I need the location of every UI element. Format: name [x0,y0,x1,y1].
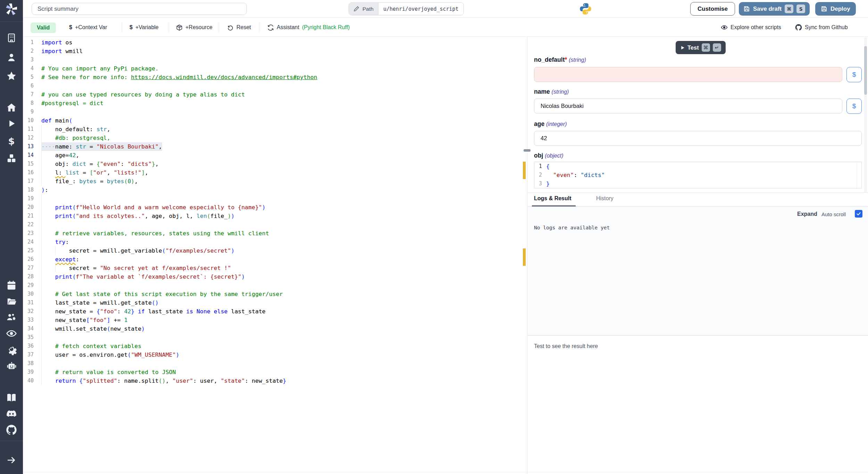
code-line[interactable]: 9 [24,108,522,116]
valid-badge[interactable]: Valid [31,23,56,33]
path-field[interactable]: Path u/henri/overjoyed_script [349,2,464,15]
sidebar-item-settings[interactable] [0,344,23,356]
sidebar-item-runs[interactable] [0,117,23,130]
code-line[interactable]: 14 age=42, [24,151,522,160]
code-line[interactable]: 27 secret = "No secret yet at f/examples… [24,264,522,272]
sidebar-item-schedules[interactable] [0,279,23,291]
code-line[interactable]: 30 # Get last state of this script execu… [24,290,522,298]
scrollbar-thumb[interactable] [864,46,867,95]
sidebar-divider [0,22,23,22]
path-value[interactable]: u/henri/overjoyed_script [378,3,464,15]
code-line[interactable]: 22 [24,220,522,229]
github-icon [795,24,802,31]
add-resource-button[interactable]: +Resource [176,22,212,33]
sidebar-item-resources[interactable] [0,152,23,164]
code-editor[interactable]: 1import os2import wmill34# You can impor… [24,38,522,385]
reset-button[interactable]: Reset [227,22,251,33]
no-logs-text: No logs are available yet [534,225,610,230]
code-line[interactable]: 18): [24,186,522,194]
code-line[interactable]: 37 user = os.environ.get("WM_USERNAME") [24,350,522,359]
expand-button[interactable]: Expand [797,211,817,217]
sidebar-item-github[interactable] [0,424,23,436]
code-line[interactable]: 5# See here for more info: https://docs.… [24,73,522,82]
warning-marker [523,162,526,179]
code-line[interactable]: 10def main( [24,116,522,125]
tab-history[interactable]: History [596,195,614,202]
sidebar-item-home[interactable] [0,101,23,114]
kbd-cmd: ⌘ [785,5,793,13]
field-label-name: name (string) [534,88,569,95]
customise-button[interactable]: Customise [690,2,735,16]
sidebar-item-folders[interactable] [0,295,23,308]
code-line[interactable]: 2import wmill [24,47,522,56]
code-line[interactable]: 35 [24,333,522,342]
sidebar-item-workers[interactable] [0,359,23,372]
code-line[interactable]: 32 new_state = {"foo": 42} if last_state… [24,307,522,316]
sidebar-item-audit-logs[interactable] [0,327,23,340]
code-line[interactable]: 16 l: list = ["or", "lists!"], [24,168,522,177]
code-line[interactable]: 38 [24,359,522,368]
code-line[interactable]: 7# you can use typed resources by doing … [24,90,522,99]
code-line[interactable]: 39 # return value is converted to JSON [24,368,522,376]
code-line[interactable]: 15 obj: dict = {"even": "dicts"}, [24,160,522,168]
sync-github-button[interactable]: Sync from Github [795,22,848,33]
add-context-var-button[interactable]: $ +Context Var [69,22,107,33]
code-line[interactable]: 13····name: str = "Nicolas Bourbaki", [24,142,522,151]
sidebar-item-user[interactable] [0,51,23,64]
splitter-handle[interactable] [524,149,531,152]
code-line[interactable]: 11 no_default: str, [24,125,522,134]
sidebar-item-favorites[interactable] [0,70,23,82]
code-line[interactable]: 12 #db: postgresql, [24,134,522,142]
code-line[interactable]: 34 wmill.set_state(new_state) [24,324,522,333]
add-variable-button[interactable]: $ +Variable [130,22,159,33]
sidebar-item-docs[interactable] [0,391,23,404]
eye-icon [721,24,728,31]
code-line[interactable]: 24 try: [24,238,522,246]
code-line[interactable]: 19 [24,194,522,203]
code-line[interactable]: 31 last_state = wmill.get_state() [24,298,522,307]
result-divider[interactable] [527,335,868,336]
code-line[interactable]: 6 [24,82,522,90]
code-line[interactable]: 17 file_: bytes = bytes(0), [24,177,522,186]
code-line[interactable]: 26 except: [24,255,522,264]
code-line[interactable]: 4# You can import any PyPi package. [24,64,522,73]
code-line[interactable]: 3} [534,179,861,188]
tab-logs-result[interactable]: Logs & Result [534,195,571,202]
code-line[interactable]: 25 secret = wmill.get_variable("f/exampl… [24,246,522,255]
variable-picker-button[interactable]: $ [846,67,862,82]
autoscroll-checkbox[interactable] [855,210,862,218]
input-name[interactable] [534,99,842,113]
code-line[interactable]: 20 print(f"Hello World and a warm welcom… [24,203,522,212]
input-no-default[interactable] [534,67,842,82]
code-line[interactable]: 2 "even": "dicts" [534,171,861,179]
code-line[interactable]: 23 # retrieve variables, resources, stat… [24,229,522,238]
toolbar-separator [219,22,219,33]
code-line[interactable]: 21 print("and its acolytes..", age, obj,… [24,212,522,220]
obj-json-editor[interactable]: 1{2 "even": "dicts"3} [534,162,862,188]
sidebar-expand-icon[interactable] [0,454,23,466]
code-line[interactable]: 28 print(f"The variable at `f/examples/s… [24,272,522,281]
input-age[interactable] [534,131,862,146]
pencil-icon [353,6,359,12]
windmill-logo-icon[interactable] [0,3,23,16]
code-line[interactable]: 3 [24,56,522,64]
script-summary-input[interactable] [32,3,247,15]
deploy-button[interactable]: Deploy [815,2,856,16]
code-line[interactable]: 8#postgresql = dict [24,99,522,108]
test-button[interactable]: Test ⌘ ↵ [676,41,726,54]
section-splitter[interactable] [527,192,868,193]
sidebar-item-variables[interactable]: $ [0,135,23,147]
assistant-button[interactable]: Assistant (Pyright Black Ruff) [267,22,350,33]
sidebar-item-discord[interactable] [0,408,23,420]
code-line[interactable]: 36 # fetch context variables [24,342,522,350]
code-line[interactable]: 1import os [24,38,522,47]
variable-picker-button[interactable]: $ [846,99,862,114]
sidebar-item-groups[interactable] [0,311,23,323]
explore-scripts-button[interactable]: Explore other scripts [721,22,781,33]
code-line[interactable]: 29 [24,281,522,290]
code-line[interactable]: 33 new_state["foo"] += 1 [24,316,522,324]
code-line[interactable]: 40 return {"splitted": name.split(), "us… [24,376,522,385]
save-draft-button[interactable]: Save draft ⌘ S [739,2,810,16]
code-line[interactable]: 1{ [534,162,861,171]
sidebar-item-workspace[interactable] [0,32,23,44]
